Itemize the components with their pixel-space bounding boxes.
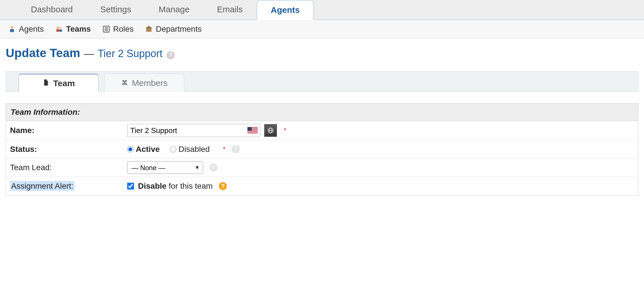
row-name: Name: *: [6, 121, 638, 140]
inner-tab-members[interactable]: Members: [104, 74, 184, 92]
help-icon[interactable]: ?: [209, 164, 217, 172]
subnav-roles-label: Roles: [113, 25, 134, 34]
tab-agents-label: Agents: [271, 5, 300, 15]
label-assignment-alert-text: Assignment Alert:: [10, 181, 75, 191]
inner-tab-members-label: Members: [132, 78, 167, 88]
team-lead-select-wrap: — None — ▼: [127, 161, 203, 174]
sub-nav: Agents Teams Roles Departments: [0, 20, 644, 38]
main-tabs: Dashboard Settings Manage Emails Agents: [0, 0, 644, 20]
page-title-dash: —: [84, 48, 94, 59]
globe-button[interactable]: [264, 124, 277, 137]
tab-dashboard-label: Dashboard: [31, 5, 73, 14]
radio-disabled-label: Disabled: [179, 145, 210, 154]
svg-point-15: [124, 81, 126, 83]
svg-point-0: [11, 26, 13, 29]
people-icon: [55, 25, 63, 33]
tab-emails-label: Emails: [217, 5, 243, 14]
radio-active-label: Active: [136, 145, 160, 154]
svg-point-3: [59, 27, 61, 29]
tab-emails[interactable]: Emails: [203, 0, 257, 19]
radio-disabled[interactable]: Disabled: [170, 145, 210, 154]
tab-dashboard[interactable]: Dashboard: [17, 0, 87, 19]
svg-rect-22: [247, 133, 258, 134]
tab-settings-label: Settings: [100, 5, 131, 14]
team-lead-select[interactable]: — None —: [127, 161, 203, 174]
value-status: Active Disabled * ?: [127, 145, 637, 154]
subnav-departments-label: Departments: [156, 25, 201, 34]
label-team-lead: Team Lead:: [7, 163, 127, 172]
help-icon[interactable]: ?: [167, 51, 175, 59]
flag-us-icon: [247, 127, 258, 134]
assignment-alert-text: Disable for this team: [138, 182, 213, 191]
label-name: Name:: [7, 126, 127, 135]
section-header: Team Information:: [6, 104, 638, 121]
tab-agents[interactable]: Agents: [257, 0, 314, 20]
subnav-teams[interactable]: Teams: [55, 25, 91, 34]
label-assignment-alert: Assignment Alert:: [7, 182, 127, 191]
row-team-lead: Team Lead: — None — ▼ ?: [6, 158, 638, 177]
inner-tab-team[interactable]: Team: [19, 74, 99, 92]
help-icon[interactable]: ?: [219, 182, 227, 190]
assignment-alert-checkbox[interactable]: [127, 183, 134, 190]
assignment-alert-text-rest: for this team: [167, 182, 213, 190]
required-mark: *: [223, 145, 225, 153]
list-icon: [102, 25, 110, 33]
help-icon[interactable]: ?: [232, 145, 240, 153]
page-title-wrap: Update Team — Tier 2 Support ?: [0, 38, 644, 71]
value-assignment-alert: Disable for this team ?: [127, 182, 637, 191]
svg-rect-10: [146, 28, 152, 32]
svg-point-2: [57, 27, 59, 29]
svg-rect-5: [59, 29, 62, 32]
inner-tabs: Team Members: [6, 71, 638, 92]
required-mark: *: [284, 126, 286, 134]
subnav-agents[interactable]: Agents: [8, 25, 44, 34]
person-icon: [8, 25, 16, 33]
radio-active-input[interactable]: [127, 146, 133, 152]
svg-rect-1: [10, 29, 14, 32]
row-assignment-alert: Assignment Alert: Disable for this team …: [6, 177, 638, 195]
tab-settings[interactable]: Settings: [87, 0, 145, 19]
row-status: Status: Active Disabled * ?: [6, 140, 638, 158]
assignment-alert-text-bold: Disable: [138, 182, 167, 190]
tab-manage-label: Manage: [159, 5, 189, 14]
file-icon: [42, 78, 50, 88]
group-icon: [121, 78, 128, 88]
radio-disabled-input[interactable]: [170, 146, 176, 152]
box-icon: [145, 25, 153, 33]
subnav-agents-label: Agents: [19, 25, 44, 34]
form-wrap: Team Information: Name: * Status: Active: [6, 103, 638, 196]
name-input-group: [127, 124, 260, 137]
svg-rect-12: [148, 26, 150, 27]
value-team-lead: — None — ▼ ?: [127, 161, 637, 174]
subnav-roles[interactable]: Roles: [102, 25, 134, 34]
tab-manage[interactable]: Manage: [145, 0, 203, 19]
label-status: Status:: [7, 145, 127, 154]
svg-rect-20: [247, 131, 258, 132]
page-title-subtitle: Tier 2 Support: [98, 48, 163, 59]
name-input[interactable]: [127, 124, 247, 137]
svg-rect-23: [247, 127, 252, 131]
svg-rect-11: [146, 27, 152, 29]
subnav-teams-label: Teams: [66, 25, 91, 34]
svg-rect-21: [247, 132, 258, 133]
page-title: Update Team: [6, 46, 80, 60]
value-name: *: [127, 124, 637, 137]
inner-tab-team-label: Team: [53, 78, 75, 88]
subnav-departments[interactable]: Departments: [145, 25, 201, 34]
radio-active[interactable]: Active: [127, 145, 160, 154]
svg-rect-4: [56, 29, 60, 32]
